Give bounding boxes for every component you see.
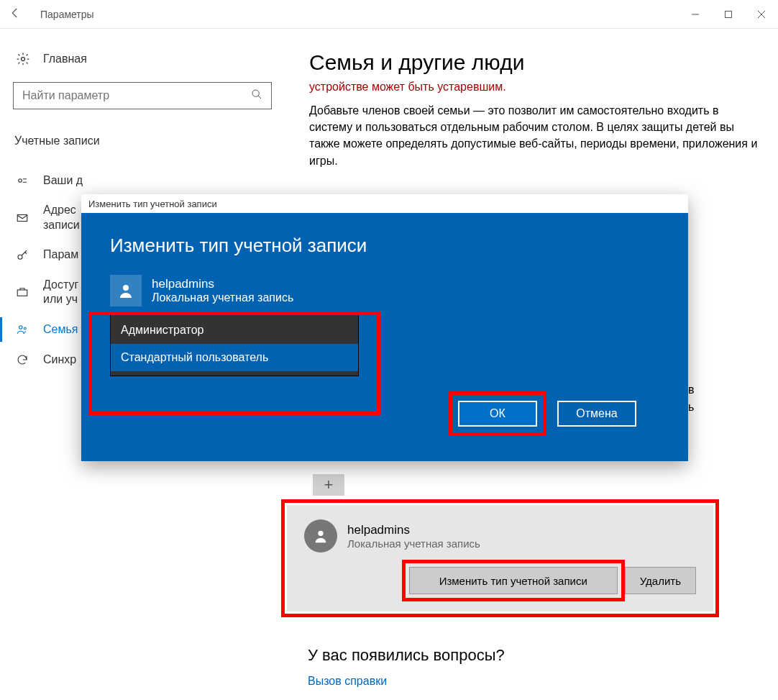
account-type-dropdown[interactable]: Администратор Стандартный пользователь <box>110 312 359 376</box>
cutoff-text: вь <box>688 381 695 416</box>
nav-label: Достуг или уч <box>43 278 78 308</box>
ok-button[interactable]: ОК <box>458 401 537 427</box>
search-input[interactable] <box>22 89 251 102</box>
svg-point-9 <box>18 255 22 259</box>
svg-point-12 <box>24 327 26 329</box>
sync-icon <box>14 352 30 368</box>
briefcase-icon <box>14 284 30 300</box>
button-label: Удалить <box>640 575 681 587</box>
gear-icon <box>14 50 32 68</box>
badge-icon <box>14 173 30 188</box>
svg-rect-10 <box>17 290 27 296</box>
user-avatar-icon <box>304 519 337 553</box>
back-button[interactable] <box>9 6 35 22</box>
people-icon <box>14 322 30 337</box>
nav-label: Ваши д <box>43 173 83 188</box>
svg-point-14 <box>318 531 323 536</box>
nav-label: Синхр <box>43 353 76 368</box>
questions-heading: У вас появились вопросы? <box>308 646 505 665</box>
help-link[interactable]: Вызов справки <box>308 675 387 687</box>
nav-label: Адрес записи <box>43 203 80 233</box>
dialog-user-type: Локальная учетная запись <box>152 291 293 304</box>
dropdown-option-standard[interactable]: Стандартный пользователь <box>111 344 358 371</box>
window-title: Параметры <box>35 9 679 20</box>
add-user-tab[interactable]: + <box>313 474 344 496</box>
svg-point-7 <box>19 179 22 183</box>
svg-point-13 <box>123 285 129 291</box>
close-button[interactable] <box>745 3 778 26</box>
nav-label: Парам <box>43 247 78 263</box>
mail-icon <box>14 210 30 226</box>
user-avatar-icon <box>110 275 142 306</box>
section-label: Учетные записи <box>14 135 288 147</box>
svg-point-5 <box>252 90 259 96</box>
dialog-heading: Изменить тип учетной записи <box>110 235 659 257</box>
svg-point-4 <box>22 58 25 61</box>
minimize-button[interactable] <box>679 3 712 26</box>
card-user-type: Локальная учетная запись <box>347 537 480 550</box>
search-icon <box>251 88 262 103</box>
change-account-type-button[interactable]: Изменить тип учетной записи <box>409 567 618 594</box>
change-account-type-dialog: Изменить тип учетной записи Изменить тип… <box>81 194 688 461</box>
dropdown-option-admin[interactable]: Администратор <box>111 317 358 344</box>
window-titlebar: Параметры <box>0 0 778 29</box>
dialog-user-row: helpadmins Локальная учетная запись <box>110 275 659 306</box>
nav-label: Семья <box>43 322 78 337</box>
svg-rect-1 <box>726 11 732 17</box>
page-title: Семья и другие люди <box>309 50 764 75</box>
button-label: Изменить тип учетной записи <box>439 575 587 587</box>
description-text: Добавьте членов своей семьи — это позвол… <box>309 102 764 169</box>
nav-your-info[interactable]: Ваши д <box>0 165 288 196</box>
user-card: helpadmins Локальная учетная запись Изме… <box>287 505 713 612</box>
svg-point-11 <box>19 326 23 329</box>
home-label: Главная <box>43 53 87 65</box>
search-input-wrap[interactable] <box>13 82 272 109</box>
card-user-name: helpadmins <box>347 523 480 537</box>
delete-user-button[interactable]: Удалить <box>625 567 696 594</box>
svg-rect-8 <box>17 214 27 221</box>
maximize-button[interactable] <box>712 3 745 26</box>
svg-line-6 <box>258 96 261 99</box>
dialog-titlebar[interactable]: Изменить тип учетной записи <box>81 194 688 214</box>
dialog-user-name: helpadmins <box>152 277 293 291</box>
home-link[interactable]: Главная <box>14 50 288 68</box>
key-icon <box>14 247 30 263</box>
warning-text: устройстве может быть устаревшим. <box>309 81 764 94</box>
cancel-button[interactable]: Отмена <box>557 401 636 427</box>
